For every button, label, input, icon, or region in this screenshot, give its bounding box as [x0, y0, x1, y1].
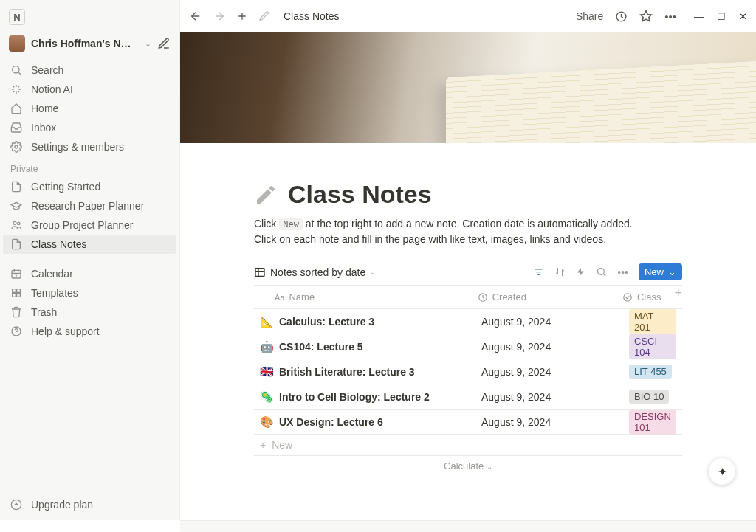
util-calendar[interactable]: 9Calendar: [3, 264, 176, 283]
cell-class[interactable]: MAT 201: [623, 309, 682, 334]
chevron-down-icon: ⌄: [668, 266, 676, 277]
nav-label: Help & support: [31, 325, 100, 337]
workspace-name: Chris Hoffman's N…: [31, 38, 139, 49]
page-cover[interactable]: [180, 32, 756, 143]
add-property-button[interactable]: +: [667, 286, 682, 308]
forward-icon[interactable]: [213, 10, 226, 23]
row-title: UX Design: Lecture 6: [279, 416, 383, 428]
table-row[interactable]: 🇬🇧 British Literature: Lecture 3 August …: [254, 359, 682, 384]
table-row[interactable]: 📐 Calculus: Lecture 3 August 9, 2024 MAT…: [254, 309, 682, 334]
clock-icon: [478, 292, 488, 303]
more-icon[interactable]: •••: [664, 10, 676, 23]
home-icon: [10, 103, 24, 114]
database-table: Aa Name Created Class: [254, 285, 682, 476]
back-icon[interactable]: [189, 10, 202, 23]
nav-inbox[interactable]: Inbox: [3, 118, 176, 137]
chevron-down-icon: ⌄: [370, 268, 376, 276]
util-help-support[interactable]: Help & support: [3, 322, 176, 341]
column-class[interactable]: Class: [616, 286, 667, 308]
row-title: Intro to Cell Biology: Lecture 2: [279, 391, 430, 403]
cell-name[interactable]: 📐 Calculus: Lecture 3: [254, 315, 475, 328]
cell-class[interactable]: LIT 455: [623, 365, 682, 379]
cell-created: August 9, 2024: [475, 391, 623, 403]
history-icon[interactable]: [615, 10, 628, 23]
row-title: British Literature: Lecture 3: [279, 366, 415, 378]
topbar: Class Notes Share ••• — ☐ ✕: [180, 0, 756, 32]
nav-label: Search: [31, 64, 63, 76]
nav-home[interactable]: Home: [3, 99, 176, 118]
new-button[interactable]: New ⌄: [639, 263, 682, 280]
calculate-row[interactable]: Calculate ⌄: [254, 456, 682, 476]
cell-name[interactable]: 🇬🇧 British Literature: Lecture 3: [254, 365, 475, 379]
cell-created: August 9, 2024: [475, 416, 623, 428]
table-row[interactable]: 🤖 CS104: Lecture 5 August 9, 2024 CSCI 1…: [254, 334, 682, 359]
breadcrumb[interactable]: Class Notes: [284, 10, 339, 22]
svg-point-0: [13, 66, 19, 73]
table-row[interactable]: 🦠 Intro to Cell Biology: Lecture 2 Augus…: [254, 384, 682, 410]
window-close-icon[interactable]: ✕: [739, 11, 747, 22]
nav-search[interactable]: Search: [3, 61, 176, 80]
nav-label: Notion AI: [31, 83, 73, 95]
upgrade-label: Upgrade plan: [31, 499, 93, 511]
share-button[interactable]: Share: [576, 10, 603, 22]
new-page-icon[interactable]: [236, 10, 248, 22]
column-name[interactable]: Aa Name: [254, 286, 472, 308]
nav-label: Research Paper Planner: [31, 200, 144, 212]
page-research-paper-planner[interactable]: Research Paper Planner: [3, 196, 176, 215]
svg-rect-7: [17, 289, 21, 293]
class-tag: MAT 201: [629, 309, 676, 334]
table-row[interactable]: 🎨 UX Design: Lecture 6 August 9, 2024 DE…: [254, 410, 682, 435]
window-maximize-icon[interactable]: ☐: [717, 11, 726, 22]
cell-name[interactable]: 🤖 CS104: Lecture 5: [254, 340, 475, 353]
star-icon[interactable]: [639, 10, 653, 23]
view-more-icon[interactable]: •••: [617, 266, 628, 278]
workspace-switcher[interactable]: Chris Hoffman's N… ⌄: [3, 32, 176, 55]
upgrade-plan-button[interactable]: Upgrade plan: [3, 495, 176, 514]
cell-class[interactable]: DESIGN 101: [623, 410, 682, 435]
cell-name[interactable]: 🦠 Intro to Cell Biology: Lecture 2: [254, 390, 475, 404]
page-getting-started[interactable]: Getting Started: [3, 177, 176, 196]
cell-created: August 9, 2024: [475, 316, 623, 328]
edit-icon[interactable]: [258, 10, 270, 22]
nav-notion-ai[interactable]: Notion AI: [3, 80, 176, 99]
row-title: CS104: Lecture 5: [279, 341, 363, 353]
nav-label: Class Notes: [31, 238, 86, 250]
new-chip: New: [279, 218, 303, 230]
sort-icon[interactable]: [554, 266, 566, 277]
help-icon: [10, 325, 24, 337]
page-title-icon[interactable]: [254, 183, 278, 207]
avatar: [9, 35, 25, 52]
column-created[interactable]: Created: [472, 286, 616, 308]
filter-icon[interactable]: [533, 266, 544, 277]
new-row-button[interactable]: + New: [254, 435, 682, 456]
chevron-down-icon: ⌄: [487, 463, 492, 471]
main-content: Class Notes Share ••• — ☐ ✕: [180, 0, 756, 520]
page-class-notes[interactable]: Class Notes: [3, 235, 176, 254]
ai-fab-button[interactable]: ✦: [709, 458, 735, 485]
upgrade-icon: [10, 499, 24, 511]
window-minimize-icon[interactable]: —: [694, 11, 704, 22]
svg-point-18: [624, 293, 632, 301]
view-selector[interactable]: Notes sorted by date ⌄: [254, 266, 376, 278]
horizontal-scrollbar[interactable]: [180, 520, 756, 532]
util-trash[interactable]: Trash: [3, 303, 176, 322]
page-group-project-planner[interactable]: Group Project Planner: [3, 215, 176, 235]
nav-settings-members[interactable]: Settings & members: [3, 137, 176, 156]
search-db-icon[interactable]: [596, 266, 607, 277]
automation-icon[interactable]: [576, 266, 585, 277]
cell-class[interactable]: CSCI 104: [623, 334, 682, 359]
app-icon-row: N: [3, 6, 176, 32]
sparkle-icon: [10, 83, 24, 95]
cell-class[interactable]: BIO 10: [623, 390, 682, 404]
svg-marker-14: [641, 11, 652, 21]
private-section-label: Private: [3, 156, 176, 177]
compose-icon[interactable]: [157, 37, 171, 50]
page-description[interactable]: Click New at the top right to add a new …: [254, 216, 682, 247]
row-emoji: 🦠: [260, 390, 273, 404]
cell-name[interactable]: 🎨 UX Design: Lecture 6: [254, 415, 475, 429]
gear-icon: [10, 141, 24, 153]
util-templates[interactable]: Templates: [3, 283, 176, 303]
nav-label: Getting Started: [31, 181, 100, 193]
doc-icon: [10, 181, 24, 193]
page-title[interactable]: Class Notes: [288, 180, 432, 209]
